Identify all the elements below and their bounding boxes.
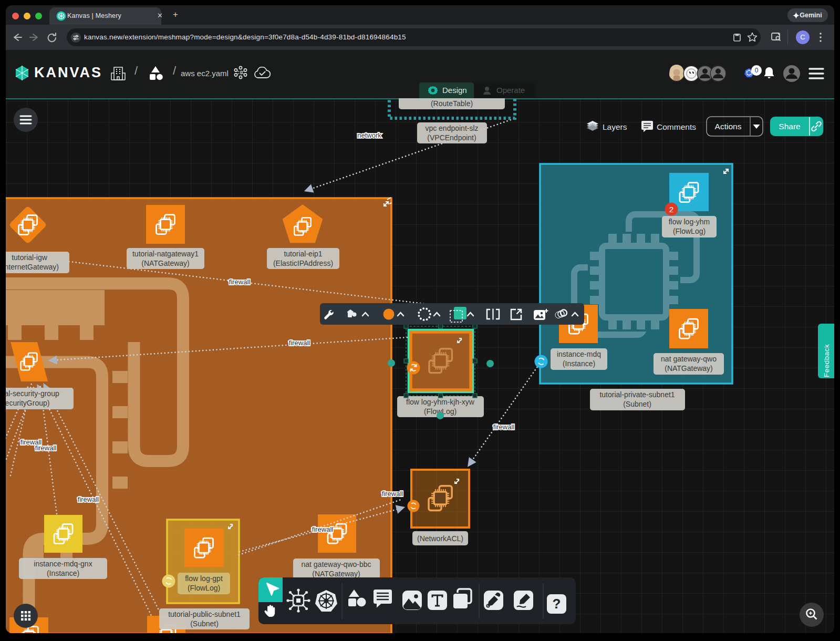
svg-text:(NetworkACL): (NetworkACL): [417, 534, 463, 543]
svg-text:firewall: firewall: [289, 339, 310, 347]
svg-text:(NATGateway): (NATGateway): [141, 259, 190, 267]
svg-text:(Instance): (Instance): [47, 569, 79, 577]
svg-text:Comments: Comments: [657, 122, 696, 131]
svg-text:(VPCEndpoint): (VPCEndpoint): [427, 133, 476, 142]
svg-text:(Subnet): (Subnet): [623, 400, 651, 408]
svg-text:(InternetGateway): (InternetGateway): [6, 263, 59, 271]
svg-text:Actions: Actions: [715, 122, 742, 131]
svg-text:vpc endpoint-slz: vpc endpoint-slz: [425, 124, 478, 132]
svg-text:?: ?: [553, 596, 561, 612]
svg-text:firewall: firewall: [312, 525, 334, 533]
svg-text:tutorial-security-group: tutorial-security-group: [6, 389, 59, 398]
svg-text:Layers: Layers: [603, 122, 627, 131]
svg-text:(SecurityGroup): (SecurityGroup): [6, 399, 49, 407]
svg-text:instance-mdq: instance-mdq: [557, 350, 601, 358]
svg-text:Feedback: Feedback: [823, 344, 831, 377]
svg-text:0: 0: [755, 67, 759, 74]
svg-text:flow log-yhm-kjh-xyw: flow log-yhm-kjh-xyw: [406, 398, 475, 406]
svg-text:instance-mdq-gnx: instance-mdq-gnx: [34, 560, 92, 568]
svg-text:nat gateway-qwo: nat gateway-qwo: [661, 355, 717, 363]
svg-text:(FlowLog): (FlowLog): [673, 227, 706, 235]
svg-text:tutorial-private-subnet1: tutorial-private-subnet1: [599, 390, 675, 399]
svg-text:network: network: [357, 131, 381, 139]
svg-text:tutorial-igw: tutorial-igw: [12, 253, 48, 262]
svg-text:tutorial-natgateway1: tutorial-natgateway1: [132, 250, 199, 258]
svg-text:flow log-gpt: flow log-gpt: [185, 574, 223, 583]
svg-text:firewall: firewall: [229, 278, 251, 286]
svg-text:nat gateway-qwo-bbc: nat gateway-qwo-bbc: [301, 560, 371, 568]
svg-text:(Subnet): (Subnet): [190, 619, 219, 628]
svg-text:(NATGateway): (NATGateway): [665, 364, 713, 373]
svg-text:(Instance): (Instance): [563, 359, 595, 368]
svg-text:tutorial-public-subnet1: tutorial-public-subnet1: [168, 610, 241, 618]
svg-text:tutorial-eip1: tutorial-eip1: [284, 250, 322, 258]
svg-text:(ElasticIPAddress): (ElasticIPAddress): [273, 259, 333, 267]
svg-text:(RouteTable): (RouteTable): [431, 99, 473, 108]
svg-text:Share: Share: [779, 122, 800, 131]
svg-text:(FlowLog): (FlowLog): [188, 584, 220, 592]
svg-text:(NATGateway): (NATGateway): [312, 570, 360, 578]
svg-text:firewall: firewall: [78, 495, 99, 503]
svg-text:firewall: firewall: [382, 490, 403, 498]
svg-text:firewall: firewall: [35, 444, 57, 452]
svg-text:flow log-yhm: flow log-yhm: [669, 218, 710, 226]
svg-text:firewall: firewall: [493, 423, 515, 431]
svg-text:2: 2: [669, 205, 673, 214]
